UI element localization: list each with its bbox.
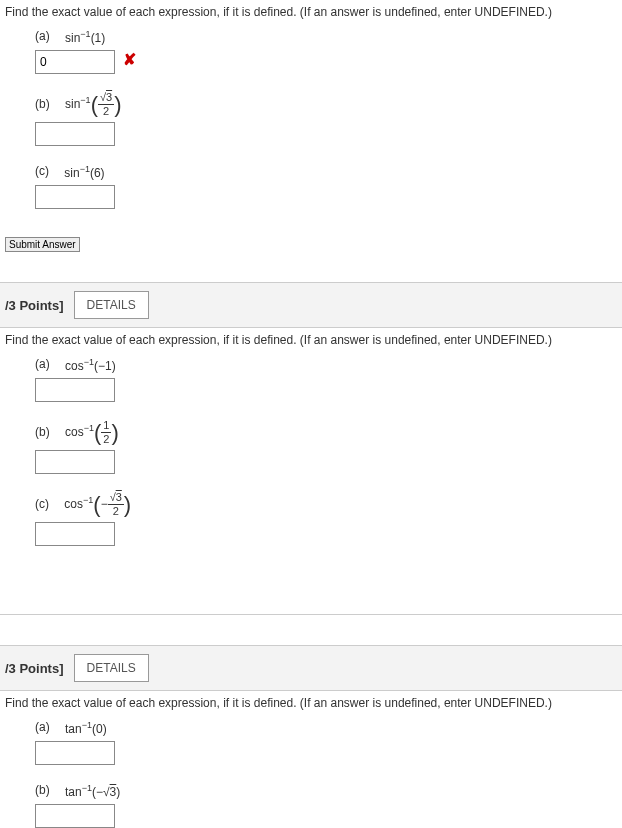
arg-pre: (− — [92, 785, 103, 799]
question-2: Find the exact value of each expression,… — [0, 328, 622, 584]
answer-input-1b[interactable] — [35, 122, 115, 146]
part-c: (c) cos−1(−√32) — [35, 492, 622, 546]
part-b: (b) cos−1(12) — [35, 420, 622, 474]
question-1: Find the exact value of each expression,… — [0, 0, 622, 282]
math-expression: sin−1(6) — [64, 164, 104, 180]
math-expression: cos−1(−1) — [65, 357, 116, 373]
separator — [0, 614, 622, 615]
arg-post: ) — [116, 785, 120, 799]
fraction: √32 — [108, 492, 124, 517]
superscript: −1 — [80, 164, 90, 174]
part-label: (a) — [35, 29, 50, 43]
func-name: sin — [65, 97, 80, 111]
details-button[interactable]: DETAILS — [74, 291, 149, 319]
part-a: (a) tan−1(0) — [35, 720, 622, 765]
argument: (1) — [91, 31, 106, 45]
details-button[interactable]: DETAILS — [74, 654, 149, 682]
instruction-text: Find the exact value of each expression,… — [0, 328, 622, 357]
paren-open: ( — [94, 424, 101, 442]
paren-open: ( — [93, 496, 100, 514]
part-label: (a) — [35, 357, 50, 371]
part-label: (c) — [35, 164, 49, 178]
fraction: 12 — [101, 420, 111, 445]
func-name: tan — [65, 722, 82, 736]
func-name: cos — [65, 359, 84, 373]
instruction-text: Find the exact value of each expression,… — [0, 691, 622, 720]
denominator: 2 — [108, 505, 124, 517]
sqrt-arg: 3 — [116, 491, 122, 503]
superscript: −1 — [80, 29, 90, 39]
argument: (6) — [90, 166, 105, 180]
math-expression: sin−1(1) — [65, 29, 105, 45]
points-text: /3 Points] — [5, 661, 64, 676]
superscript: −1 — [83, 495, 93, 505]
part-b: (b) sin−1(√32) — [35, 92, 622, 146]
answer-input-2c[interactable] — [35, 522, 115, 546]
argument: (−1) — [94, 359, 116, 373]
part-c: (c) sin−1(6) — [35, 164, 622, 209]
answer-input-3b[interactable] — [35, 804, 115, 828]
part-label: (b) — [35, 783, 50, 797]
question-3: Find the exact value of each expression,… — [0, 691, 622, 828]
answer-input-3a[interactable] — [35, 741, 115, 765]
answer-input-2b[interactable] — [35, 450, 115, 474]
answer-input-1c[interactable] — [35, 185, 115, 209]
part-label: (b) — [35, 97, 50, 111]
part-label: (a) — [35, 720, 50, 734]
numerator: 1 — [101, 420, 111, 433]
denominator: 2 — [98, 105, 114, 117]
part-b: (b) tan−1(−√3) — [35, 783, 622, 828]
part-a: (a) sin−1(1) ✘ — [35, 29, 622, 74]
submit-button[interactable]: Submit Answer — [5, 237, 80, 252]
superscript: −1 — [80, 95, 90, 105]
paren-close: ) — [111, 424, 118, 442]
math-expression: cos−1(12) — [65, 420, 119, 445]
math-expression: tan−1(−√3) — [65, 783, 120, 799]
superscript: −1 — [82, 783, 92, 793]
paren-close: ) — [124, 496, 131, 514]
points-text: /3 Points] — [5, 298, 64, 313]
func-name: cos — [65, 425, 84, 439]
wrong-icon: ✘ — [123, 50, 136, 69]
func-name: tan — [65, 785, 82, 799]
paren-close: ) — [114, 96, 121, 114]
func-name: sin — [65, 31, 80, 45]
answer-input-1a[interactable] — [35, 50, 115, 74]
sqrt-arg: 3 — [106, 91, 112, 103]
question-3-header: /3 Points] DETAILS — [0, 645, 622, 691]
part-label: (b) — [35, 425, 50, 439]
math-expression: tan−1(0) — [65, 720, 107, 736]
question-2-header: /3 Points] DETAILS — [0, 282, 622, 328]
instruction-text: Find the exact value of each expression,… — [0, 0, 622, 29]
part-label: (c) — [35, 497, 49, 511]
part-a: (a) cos−1(−1) — [35, 357, 622, 402]
argument: (0) — [92, 722, 107, 736]
superscript: −1 — [84, 423, 94, 433]
denominator: 2 — [101, 433, 111, 445]
paren-open: ( — [91, 96, 98, 114]
fraction: √32 — [98, 92, 114, 117]
superscript: −1 — [84, 357, 94, 367]
superscript: −1 — [82, 720, 92, 730]
math-expression: cos−1(−√32) — [64, 492, 131, 517]
neg-sign: − — [101, 497, 108, 511]
func-name: sin — [64, 166, 79, 180]
answer-input-2a[interactable] — [35, 378, 115, 402]
math-expression: sin−1(√32) — [65, 92, 121, 117]
func-name: cos — [64, 497, 83, 511]
